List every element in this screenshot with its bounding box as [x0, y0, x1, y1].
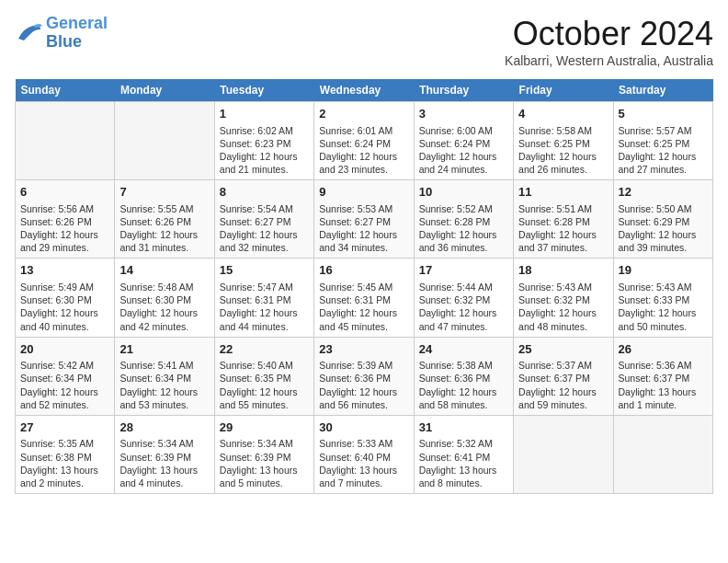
- calendar-day-cell: 22Sunrise: 5:40 AM Sunset: 6:35 PM Dayli…: [214, 337, 313, 415]
- day-info: Sunrise: 5:55 AM Sunset: 6:26 PM Dayligh…: [119, 202, 209, 255]
- calendar-table: SundayMondayTuesdayWednesdayThursdayFrid…: [15, 79, 713, 494]
- day-of-week-header: Friday: [514, 79, 613, 102]
- day-info: Sunrise: 5:53 AM Sunset: 6:27 PM Dayligh…: [319, 202, 408, 255]
- day-info: Sunrise: 6:02 AM Sunset: 6:23 PM Dayligh…: [220, 124, 309, 177]
- day-number: 14: [119, 262, 209, 279]
- calendar-day-cell: 3Sunrise: 6:00 AM Sunset: 6:24 PM Daylig…: [414, 102, 513, 180]
- calendar-week-row: 20Sunrise: 5:42 AM Sunset: 6:34 PM Dayli…: [16, 337, 713, 415]
- calendar-day-cell: 16Sunrise: 5:45 AM Sunset: 6:31 PM Dayli…: [314, 259, 414, 337]
- day-number: 30: [319, 419, 408, 436]
- calendar-week-row: 1Sunrise: 6:02 AM Sunset: 6:23 PM Daylig…: [16, 102, 713, 180]
- calendar-day-cell: 24Sunrise: 5:38 AM Sunset: 6:36 PM Dayli…: [414, 337, 513, 415]
- day-number: 17: [419, 262, 508, 279]
- day-number: 24: [419, 341, 508, 358]
- day-info: Sunrise: 5:45 AM Sunset: 6:31 PM Dayligh…: [319, 281, 408, 333]
- day-info: Sunrise: 5:57 AM Sunset: 6:25 PM Dayligh…: [619, 124, 708, 177]
- calendar-day-cell: 12Sunrise: 5:50 AM Sunset: 6:29 PM Dayli…: [613, 180, 712, 259]
- day-info: Sunrise: 5:40 AM Sunset: 6:35 PM Dayligh…: [220, 359, 309, 411]
- calendar-day-cell: 28Sunrise: 5:34 AM Sunset: 6:39 PM Dayli…: [115, 415, 214, 493]
- calendar-day-cell: 10Sunrise: 5:52 AM Sunset: 6:28 PM Dayli…: [414, 180, 513, 259]
- calendar-day-cell: 26Sunrise: 5:36 AM Sunset: 6:37 PM Dayli…: [613, 337, 712, 415]
- day-info: Sunrise: 5:34 AM Sunset: 6:39 PM Dayligh…: [119, 437, 209, 489]
- day-number: 12: [619, 184, 708, 201]
- day-info: Sunrise: 5:49 AM Sunset: 6:30 PM Dayligh…: [20, 281, 109, 333]
- day-of-week-header: Thursday: [414, 79, 513, 102]
- day-info: Sunrise: 5:56 AM Sunset: 6:26 PM Dayligh…: [20, 202, 109, 255]
- calendar-day-cell: 2Sunrise: 6:01 AM Sunset: 6:24 PM Daylig…: [314, 102, 414, 180]
- day-info: Sunrise: 5:54 AM Sunset: 6:27 PM Dayligh…: [220, 202, 309, 255]
- day-number: 16: [319, 262, 408, 279]
- day-number: 8: [220, 184, 309, 201]
- day-info: Sunrise: 5:37 AM Sunset: 6:37 PM Dayligh…: [518, 359, 608, 411]
- day-info: Sunrise: 5:48 AM Sunset: 6:30 PM Dayligh…: [119, 281, 209, 333]
- day-number: 18: [518, 262, 608, 279]
- day-number: 4: [518, 106, 608, 122]
- calendar-day-cell: 27Sunrise: 5:35 AM Sunset: 6:38 PM Dayli…: [16, 415, 115, 493]
- day-info: Sunrise: 5:41 AM Sunset: 6:34 PM Dayligh…: [119, 359, 209, 411]
- day-number: 6: [20, 184, 109, 201]
- calendar-week-row: 6Sunrise: 5:56 AM Sunset: 6:26 PM Daylig…: [16, 180, 713, 259]
- calendar-day-cell: [16, 102, 115, 180]
- day-of-week-header: Wednesday: [314, 79, 414, 102]
- calendar-week-row: 13Sunrise: 5:49 AM Sunset: 6:30 PM Dayli…: [16, 259, 713, 337]
- day-info: Sunrise: 5:32 AM Sunset: 6:41 PM Dayligh…: [419, 437, 508, 489]
- calendar-day-cell: 4Sunrise: 5:58 AM Sunset: 6:25 PM Daylig…: [514, 102, 613, 180]
- calendar-day-cell: 1Sunrise: 6:02 AM Sunset: 6:23 PM Daylig…: [214, 102, 313, 180]
- day-number: 7: [119, 184, 209, 201]
- logo-icon: [15, 20, 42, 46]
- day-of-week-header: Monday: [115, 79, 214, 102]
- calendar-day-cell: 30Sunrise: 5:33 AM Sunset: 6:40 PM Dayli…: [314, 415, 414, 493]
- day-info: Sunrise: 5:42 AM Sunset: 6:34 PM Dayligh…: [20, 359, 109, 411]
- month-title: October 2024: [505, 15, 713, 53]
- calendar-day-cell: 9Sunrise: 5:53 AM Sunset: 6:27 PM Daylig…: [314, 180, 414, 259]
- day-number: 3: [419, 106, 508, 122]
- day-info: Sunrise: 5:39 AM Sunset: 6:36 PM Dayligh…: [319, 359, 408, 411]
- day-number: 19: [619, 262, 708, 279]
- day-number: 10: [419, 184, 508, 201]
- day-of-week-header: Sunday: [16, 79, 115, 102]
- calendar-day-cell: 25Sunrise: 5:37 AM Sunset: 6:37 PM Dayli…: [514, 337, 613, 415]
- calendar-day-cell: 31Sunrise: 5:32 AM Sunset: 6:41 PM Dayli…: [414, 415, 513, 493]
- calendar-day-cell: 8Sunrise: 5:54 AM Sunset: 6:27 PM Daylig…: [214, 180, 313, 259]
- calendar-day-cell: 21Sunrise: 5:41 AM Sunset: 6:34 PM Dayli…: [115, 337, 214, 415]
- day-info: Sunrise: 6:00 AM Sunset: 6:24 PM Dayligh…: [419, 124, 508, 177]
- day-info: Sunrise: 5:34 AM Sunset: 6:39 PM Dayligh…: [220, 437, 309, 489]
- calendar-day-cell: 14Sunrise: 5:48 AM Sunset: 6:30 PM Dayli…: [115, 259, 214, 337]
- calendar-week-row: 27Sunrise: 5:35 AM Sunset: 6:38 PM Dayli…: [16, 415, 713, 493]
- day-info: Sunrise: 5:44 AM Sunset: 6:32 PM Dayligh…: [419, 281, 508, 333]
- day-info: Sunrise: 5:58 AM Sunset: 6:25 PM Dayligh…: [518, 124, 608, 177]
- day-info: Sunrise: 5:50 AM Sunset: 6:29 PM Dayligh…: [619, 202, 708, 255]
- calendar-day-cell: 23Sunrise: 5:39 AM Sunset: 6:36 PM Dayli…: [314, 337, 414, 415]
- day-number: 11: [518, 184, 608, 201]
- location-subtitle: Kalbarri, Western Australia, Australia: [505, 53, 713, 68]
- title-block: October 2024 Kalbarri, Western Australia…: [505, 15, 713, 68]
- calendar-day-cell: [115, 102, 214, 180]
- calendar-day-cell: 29Sunrise: 5:34 AM Sunset: 6:39 PM Dayli…: [214, 415, 313, 493]
- calendar-day-cell: 11Sunrise: 5:51 AM Sunset: 6:28 PM Dayli…: [514, 180, 613, 259]
- calendar-day-cell: 20Sunrise: 5:42 AM Sunset: 6:34 PM Dayli…: [16, 337, 115, 415]
- calendar-day-cell: 15Sunrise: 5:47 AM Sunset: 6:31 PM Dayli…: [214, 259, 313, 337]
- calendar-day-cell: 5Sunrise: 5:57 AM Sunset: 6:25 PM Daylig…: [613, 102, 712, 180]
- day-info: Sunrise: 5:52 AM Sunset: 6:28 PM Dayligh…: [419, 202, 508, 255]
- calendar-day-cell: 19Sunrise: 5:43 AM Sunset: 6:33 PM Dayli…: [613, 259, 712, 337]
- page-header: General Blue October 2024 Kalbarri, West…: [15, 15, 713, 68]
- day-number: 28: [119, 419, 209, 436]
- calendar-day-cell: 7Sunrise: 5:55 AM Sunset: 6:26 PM Daylig…: [115, 180, 214, 259]
- calendar-day-cell: 17Sunrise: 5:44 AM Sunset: 6:32 PM Dayli…: [414, 259, 513, 337]
- day-number: 1: [220, 106, 309, 122]
- day-info: Sunrise: 5:33 AM Sunset: 6:40 PM Dayligh…: [319, 437, 408, 489]
- calendar-header-row: SundayMondayTuesdayWednesdayThursdayFrid…: [16, 79, 713, 102]
- day-number: 26: [619, 341, 708, 358]
- day-number: 21: [119, 341, 209, 358]
- calendar-day-cell: 6Sunrise: 5:56 AM Sunset: 6:26 PM Daylig…: [16, 180, 115, 259]
- day-info: Sunrise: 5:35 AM Sunset: 6:38 PM Dayligh…: [20, 437, 109, 489]
- logo: General Blue: [15, 15, 108, 52]
- day-info: Sunrise: 5:43 AM Sunset: 6:33 PM Dayligh…: [619, 281, 708, 333]
- day-number: 27: [20, 419, 109, 436]
- day-number: 5: [619, 106, 708, 122]
- day-number: 23: [319, 341, 408, 358]
- logo-text: General Blue: [46, 15, 108, 52]
- calendar-day-cell: 13Sunrise: 5:49 AM Sunset: 6:30 PM Dayli…: [16, 259, 115, 337]
- day-number: 2: [319, 106, 408, 122]
- day-number: 20: [20, 341, 109, 358]
